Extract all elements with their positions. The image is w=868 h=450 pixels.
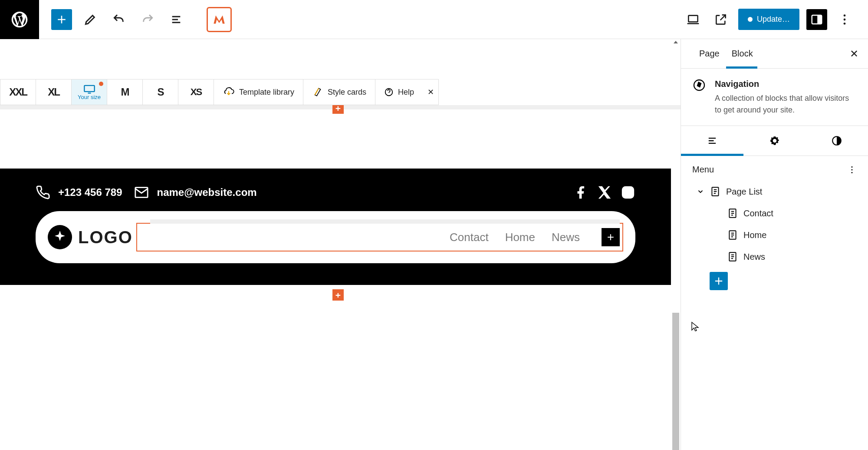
menu-label: Menu [692,165,714,175]
compass-icon [692,78,706,92]
block-info: Navigation A collection of blocks that a… [681,69,868,126]
tree-item-contact[interactable]: Contact [692,202,857,224]
block-title: Navigation [715,79,857,89]
list-view-icon [706,135,718,147]
tab-block[interactable]: Block [726,39,759,68]
tree-item-home[interactable]: Home [692,224,857,246]
template-library-button[interactable]: Template library [214,79,303,105]
viewport-toolbar: XXL XL Your size M S XS Template library [0,79,439,105]
page-icon [727,251,738,262]
nav-link-home[interactable]: Home [505,231,535,244]
chevron-down-icon[interactable] [697,188,704,195]
scroll-thumb[interactable] [672,313,679,450]
update-button[interactable]: Update… [738,9,799,30]
header-section: +123 456 789 name@website.com LOG [0,169,671,285]
viewport-xl[interactable]: XL [36,79,72,105]
wordpress-logo[interactable] [0,0,39,39]
pages-icon [710,186,721,197]
logo-text: LOGO [78,228,133,247]
external-link-icon [714,13,728,26]
svg-point-5 [844,22,846,24]
redo-button[interactable] [137,9,158,30]
cloud-download-icon [223,86,235,98]
mail-icon [134,185,149,200]
nav-link-news[interactable]: News [552,231,580,244]
help-icon [384,87,394,97]
edit-tool-button[interactable] [80,9,101,30]
facebook-icon[interactable] [574,185,589,200]
svg-point-15 [852,169,853,170]
close-sidebar-button[interactable]: ✕ [850,48,858,60]
svg-point-16 [852,172,853,173]
email-text: name@website.com [157,186,256,199]
mode-tab-settings[interactable] [743,126,806,156]
svg-point-14 [852,166,853,168]
svg-point-10 [625,190,630,195]
update-label: Update… [757,15,790,24]
workspace: XXL XL Your size M S XS Template library [0,39,868,450]
monitor-icon [83,84,95,94]
page-icon [727,208,738,219]
style-cards-button[interactable]: Style cards [303,79,375,105]
undo-button[interactable] [108,9,129,30]
add-nav-item-button[interactable]: + [602,228,620,246]
plus-icon [713,275,725,287]
maxi-logo-button[interactable] [207,7,232,32]
close-sub-toolbar[interactable]: ✕ [423,79,438,105]
add-block-button[interactable] [51,9,72,30]
unsaved-dot-icon [748,17,753,22]
tree-page-list[interactable]: Page List [692,181,857,202]
tab-page[interactable]: Page [693,39,726,68]
svg-rect-0 [688,15,697,22]
preview-desktop-button[interactable] [683,9,704,30]
style-cards-icon [312,86,323,98]
mode-tab-list[interactable] [681,126,743,156]
logo-mark [48,225,72,249]
viewport-m[interactable]: M [107,79,143,105]
wordpress-icon [10,10,29,29]
x-twitter-icon[interactable] [597,185,612,200]
sidebar-panel-icon [810,13,823,26]
phone-text: +123 456 789 [58,186,122,199]
toolbar-left-group [39,7,232,32]
svg-point-3 [844,14,846,17]
settings-sidebar: Page Block ✕ Navigation A collection of … [681,39,868,450]
open-new-tab-button[interactable] [710,9,731,30]
help-button[interactable]: Help [375,79,423,105]
svg-rect-2 [817,15,822,24]
contrast-icon [831,135,842,146]
canvas-scrollbar[interactable] [671,39,681,450]
mode-tab-styles[interactable] [806,126,868,156]
instagram-icon[interactable] [621,185,635,200]
viewport-xs[interactable]: XS [178,79,214,105]
close-icon: ✕ [427,87,434,97]
options-menu-button[interactable] [834,9,855,30]
close-icon: ✕ [850,48,858,60]
svg-point-11 [631,189,632,190]
scroll-up-icon[interactable] [671,39,681,46]
pencil-icon [83,13,97,26]
add-block-handle-bottom[interactable]: + [332,289,344,301]
nav-bar: LOGO Contact Home News + [36,211,635,263]
site-logo: LOGO [48,225,133,249]
nav-link-contact[interactable]: Contact [450,231,489,244]
laptop-icon [686,13,700,26]
menu-kebab-icon[interactable] [847,165,857,175]
gear-icon [769,135,780,146]
list-icon [169,13,183,26]
add-menu-item-button[interactable] [710,272,728,290]
list-view-button[interactable] [166,9,187,30]
kebab-icon [838,13,852,26]
menu-section: Menu Page List Contact Home News [681,156,868,299]
menu-header: Menu [692,165,857,175]
tree-item-news[interactable]: News [692,246,857,268]
page-icon [727,229,738,241]
viewport-xxl[interactable]: XXL [0,79,36,105]
viewport-l[interactable]: Your size [72,79,107,105]
settings-panel-button[interactable] [806,9,827,30]
canvas: XXL XL Your size M S XS Template library [0,39,681,450]
navigation-block-selected[interactable]: Contact Home News + [136,223,623,251]
viewport-s[interactable]: S [143,79,178,105]
redo-icon [141,13,155,26]
tab-indicator [726,66,757,69]
